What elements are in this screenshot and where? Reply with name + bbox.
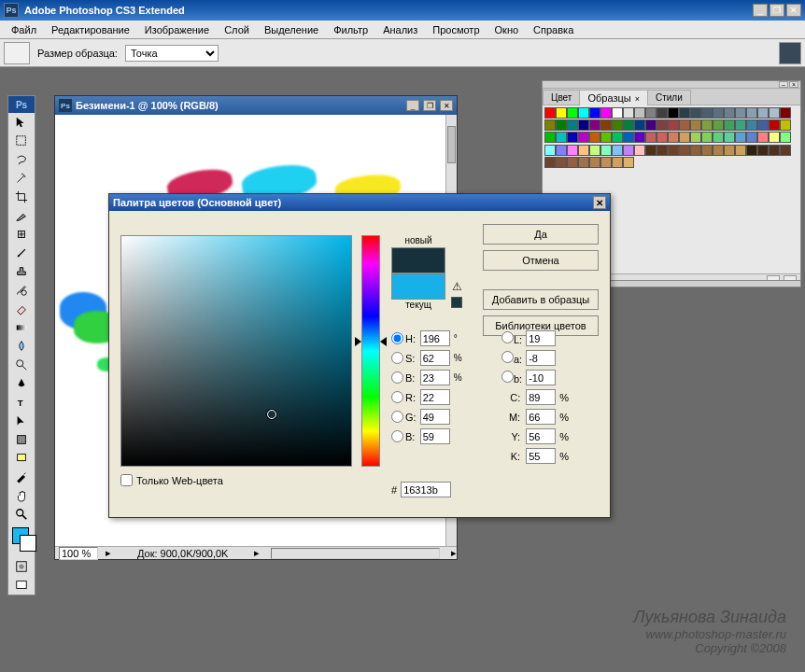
swatch[interactable] <box>578 119 589 131</box>
notes-tool[interactable] <box>8 449 35 468</box>
swatch[interactable] <box>724 119 735 131</box>
swatch[interactable] <box>724 145 735 156</box>
menu-window[interactable]: Окно <box>487 22 527 37</box>
toolbox-header[interactable]: Ps <box>8 96 35 113</box>
swatch[interactable] <box>757 132 769 143</box>
cancel-button[interactable]: Отмена <box>483 250 599 271</box>
swatch[interactable] <box>746 145 757 156</box>
input-blab[interactable] <box>526 370 556 385</box>
color-field[interactable] <box>120 235 352 467</box>
radio-blab[interactable] <box>501 371 514 383</box>
swatch[interactable] <box>735 107 746 119</box>
swatch[interactable] <box>634 107 645 119</box>
close-button[interactable]: ✕ <box>786 4 801 17</box>
hex-input[interactable] <box>401 482 451 497</box>
swatch[interactable] <box>612 145 623 156</box>
radio-a[interactable] <box>501 351 514 363</box>
swatch[interactable] <box>735 132 746 143</box>
swatch[interactable] <box>724 132 735 143</box>
swatch[interactable] <box>746 107 757 119</box>
panel-header[interactable]: – × <box>543 81 800 89</box>
background-color[interactable] <box>20 535 36 552</box>
radio-s[interactable] <box>391 352 403 364</box>
swatch[interactable] <box>556 119 567 131</box>
swatch[interactable] <box>544 157 556 168</box>
screen-mode-toggle[interactable] <box>8 576 35 595</box>
web-only-checkbox[interactable] <box>120 474 133 486</box>
input-h[interactable] <box>420 330 450 346</box>
input-r[interactable] <box>420 389 450 405</box>
current-color-swatch[interactable] <box>391 273 445 300</box>
input-b[interactable] <box>420 370 450 385</box>
swatch[interactable] <box>556 132 567 143</box>
swatch[interactable] <box>780 107 791 119</box>
menu-analysis[interactable]: Анализ <box>375 22 425 37</box>
swatch[interactable] <box>713 132 724 143</box>
swatch[interactable] <box>679 107 690 119</box>
swatch[interactable] <box>769 119 780 131</box>
swatch[interactable] <box>612 132 623 143</box>
swatch[interactable] <box>623 157 634 168</box>
swatch[interactable] <box>567 145 578 156</box>
swatch[interactable] <box>735 119 746 131</box>
doc-info-menu-icon[interactable]: ▸ <box>254 547 260 559</box>
swatch[interactable] <box>701 119 713 131</box>
input-y[interactable] <box>526 428 556 444</box>
add-to-swatches-button[interactable]: Добавить в образцы <box>483 289 599 310</box>
swatch[interactable] <box>668 107 679 119</box>
input-k[interactable] <box>526 448 556 464</box>
swatch[interactable] <box>589 157 600 168</box>
swatch[interactable] <box>600 157 612 168</box>
swatch[interactable] <box>757 145 769 156</box>
swatch[interactable] <box>690 107 701 119</box>
path-select-tool[interactable] <box>8 412 35 430</box>
swatch[interactable] <box>634 145 645 156</box>
lasso-tool[interactable] <box>8 150 35 169</box>
swatch[interactable] <box>757 119 769 131</box>
tab-swatches[interactable]: Образцы× <box>579 90 647 105</box>
scroll-right-icon[interactable]: ▸ <box>451 547 457 559</box>
swatch[interactable] <box>578 132 589 143</box>
input-bb[interactable] <box>420 428 450 444</box>
swatch[interactable] <box>600 145 612 156</box>
swatch[interactable] <box>724 107 735 119</box>
swatch[interactable] <box>645 132 657 143</box>
swatch[interactable] <box>600 119 612 131</box>
swatch[interactable] <box>657 132 668 143</box>
swatch[interactable] <box>589 119 600 131</box>
swatch[interactable] <box>769 132 780 143</box>
swatch[interactable] <box>589 145 600 156</box>
swatch[interactable] <box>713 119 724 131</box>
swatch[interactable] <box>645 107 657 119</box>
panel-minimize-icon[interactable]: – <box>779 81 788 88</box>
radio-h[interactable] <box>391 332 403 344</box>
swatch[interactable] <box>544 145 556 156</box>
crop-tool[interactable] <box>8 188 35 206</box>
tab-styles[interactable]: Стили <box>647 90 691 105</box>
shape-tool[interactable] <box>8 430 35 449</box>
swatch[interactable] <box>634 119 645 131</box>
swatch[interactable] <box>544 132 556 143</box>
color-picker-close-button[interactable]: ✕ <box>593 196 606 209</box>
tab-color[interactable]: Цвет <box>543 90 580 105</box>
swatch[interactable] <box>612 107 623 119</box>
blur-tool[interactable] <box>8 337 35 356</box>
swatch[interactable] <box>623 107 634 119</box>
swatch[interactable] <box>780 145 791 156</box>
document-titlebar[interactable]: Ps Безимени-1 @ 100% (RGB/8) _ ❐ ✕ <box>55 96 457 115</box>
input-s[interactable] <box>420 350 450 366</box>
swatch[interactable] <box>657 107 668 119</box>
ok-button[interactable]: Да <box>483 224 599 245</box>
doc-menu-icon[interactable]: ▸ <box>106 547 111 559</box>
swatch[interactable] <box>589 107 600 119</box>
radio-r[interactable] <box>391 391 403 403</box>
swatch[interactable] <box>589 132 600 143</box>
swatch[interactable] <box>556 145 567 156</box>
sample-size-select[interactable]: Точка <box>125 45 219 62</box>
menu-edit[interactable]: Редактирование <box>44 22 137 37</box>
swatch[interactable] <box>769 107 780 119</box>
swatch[interactable] <box>735 145 746 156</box>
gradient-tool[interactable] <box>8 318 35 337</box>
swatch[interactable] <box>623 145 634 156</box>
panel-close-icon[interactable]: × <box>789 81 798 88</box>
